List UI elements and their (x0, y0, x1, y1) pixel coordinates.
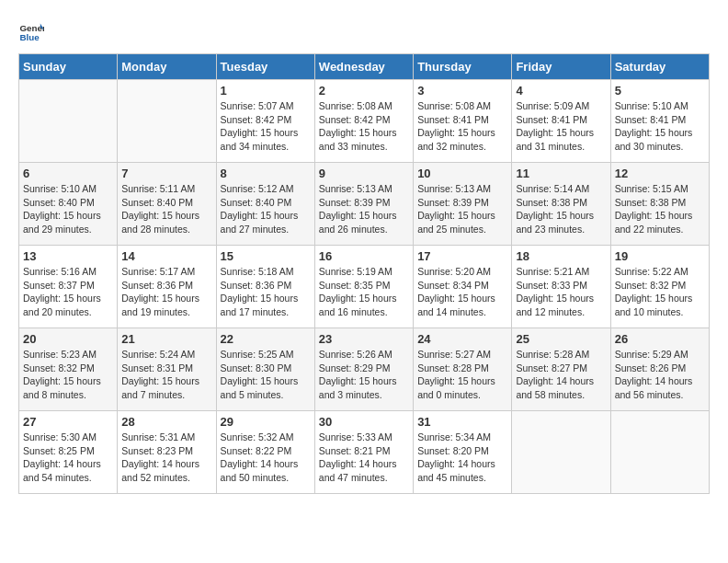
day-info: Sunrise: 5:10 AM Sunset: 8:41 PM Dayligh… (615, 99, 705, 154)
logo: General Blue (18, 18, 44, 44)
sunrise-text: Sunrise: 5:13 AM (319, 183, 392, 194)
sunrise-text: Sunrise: 5:08 AM (417, 100, 491, 111)
day-number: 4 (516, 84, 606, 98)
sunset-text: Sunset: 8:40 PM (221, 197, 292, 208)
day-info: Sunrise: 5:12 AM Sunset: 8:40 PM Dayligh… (221, 182, 311, 236)
weekday-header-saturday: Saturday (610, 54, 709, 80)
day-number: 19 (615, 249, 705, 263)
sunset-text: Sunset: 8:40 PM (121, 197, 193, 208)
calendar-cell (512, 411, 610, 494)
day-info: Sunrise: 5:19 AM Sunset: 8:35 PM Dayligh… (319, 265, 409, 319)
day-number: 3 (417, 84, 507, 98)
calendar-cell: 19 Sunrise: 5:22 AM Sunset: 8:32 PM Dayl… (610, 246, 709, 328)
sunset-text: Sunset: 8:41 PM (516, 114, 587, 125)
daylight-text: Daylight: 15 hours and 26 minutes. (319, 210, 397, 235)
sunset-text: Sunset: 8:21 PM (319, 445, 391, 456)
sunrise-text: Sunrise: 5:33 AM (319, 431, 392, 442)
day-info: Sunrise: 5:17 AM Sunset: 8:36 PM Dayligh… (121, 265, 211, 319)
day-info: Sunrise: 5:26 AM Sunset: 8:29 PM Dayligh… (319, 348, 409, 402)
calendar-cell: 6 Sunrise: 5:10 AM Sunset: 8:40 PM Dayli… (19, 163, 118, 246)
daylight-text: Daylight: 15 hours and 34 minutes. (221, 127, 299, 152)
day-number: 18 (516, 249, 606, 263)
day-number: 7 (121, 167, 211, 180)
day-number: 26 (615, 332, 705, 346)
calendar-cell: 23 Sunrise: 5:26 AM Sunset: 8:29 PM Dayl… (314, 328, 413, 411)
calendar-cell: 8 Sunrise: 5:12 AM Sunset: 8:40 PM Dayli… (216, 163, 314, 246)
day-number: 13 (23, 249, 113, 263)
day-info: Sunrise: 5:31 AM Sunset: 8:23 PM Dayligh… (121, 431, 211, 485)
daylight-text: Daylight: 15 hours and 29 minutes. (23, 210, 101, 235)
calendar-cell: 31 Sunrise: 5:34 AM Sunset: 8:20 PM Dayl… (414, 411, 512, 494)
day-number: 11 (516, 167, 606, 180)
sunset-text: Sunset: 8:42 PM (221, 114, 292, 125)
daylight-text: Daylight: 15 hours and 0 minutes. (417, 375, 495, 400)
sunset-text: Sunset: 8:37 PM (23, 280, 95, 291)
calendar-cell: 3 Sunrise: 5:08 AM Sunset: 8:41 PM Dayli… (414, 80, 512, 163)
day-info: Sunrise: 5:25 AM Sunset: 8:30 PM Dayligh… (221, 348, 311, 402)
day-number: 10 (417, 167, 507, 180)
day-info: Sunrise: 5:23 AM Sunset: 8:32 PM Dayligh… (23, 348, 113, 402)
sunrise-text: Sunrise: 5:14 AM (516, 183, 589, 194)
sunset-text: Sunset: 8:40 PM (23, 197, 95, 208)
sunset-text: Sunset: 8:38 PM (615, 197, 687, 208)
sunset-text: Sunset: 8:23 PM (121, 445, 193, 456)
calendar-cell: 22 Sunrise: 5:25 AM Sunset: 8:30 PM Dayl… (216, 328, 314, 411)
day-number: 15 (221, 249, 311, 263)
calendar-cell: 10 Sunrise: 5:13 AM Sunset: 8:39 PM Dayl… (414, 163, 512, 246)
day-info: Sunrise: 5:10 AM Sunset: 8:40 PM Dayligh… (23, 182, 113, 236)
day-info: Sunrise: 5:13 AM Sunset: 8:39 PM Dayligh… (319, 182, 409, 236)
sunrise-text: Sunrise: 5:18 AM (221, 266, 294, 277)
day-number: 28 (121, 415, 211, 429)
day-number: 24 (417, 332, 507, 346)
sunset-text: Sunset: 8:30 PM (221, 362, 292, 373)
sunset-text: Sunset: 8:34 PM (417, 280, 489, 291)
sunrise-text: Sunrise: 5:08 AM (319, 100, 392, 111)
day-number: 27 (23, 415, 113, 429)
day-info: Sunrise: 5:34 AM Sunset: 8:20 PM Dayligh… (417, 431, 507, 485)
calendar-cell: 16 Sunrise: 5:19 AM Sunset: 8:35 PM Dayl… (314, 246, 413, 328)
day-info: Sunrise: 5:08 AM Sunset: 8:42 PM Dayligh… (319, 99, 409, 154)
daylight-text: Daylight: 15 hours and 27 minutes. (221, 210, 299, 235)
sunset-text: Sunset: 8:26 PM (615, 362, 687, 373)
daylight-text: Daylight: 15 hours and 20 minutes. (23, 293, 101, 317)
sunrise-text: Sunrise: 5:07 AM (221, 100, 294, 111)
day-info: Sunrise: 5:15 AM Sunset: 8:38 PM Dayligh… (615, 182, 705, 236)
weekday-header-friday: Friday (512, 54, 610, 80)
day-info: Sunrise: 5:13 AM Sunset: 8:39 PM Dayligh… (417, 182, 507, 236)
calendar-cell: 25 Sunrise: 5:28 AM Sunset: 8:27 PM Dayl… (512, 328, 610, 411)
calendar-cell: 27 Sunrise: 5:30 AM Sunset: 8:25 PM Dayl… (19, 411, 118, 494)
sunset-text: Sunset: 8:36 PM (121, 280, 193, 291)
calendar-cell: 5 Sunrise: 5:10 AM Sunset: 8:41 PM Dayli… (610, 80, 709, 163)
sunrise-text: Sunrise: 5:32 AM (221, 431, 294, 442)
day-number: 6 (23, 167, 113, 180)
page-header: General Blue (18, 18, 710, 44)
day-info: Sunrise: 5:20 AM Sunset: 8:34 PM Dayligh… (417, 265, 507, 319)
sunset-text: Sunset: 8:41 PM (417, 114, 489, 125)
sunrise-text: Sunrise: 5:16 AM (23, 266, 97, 277)
daylight-text: Daylight: 14 hours and 45 minutes. (417, 458, 495, 483)
day-info: Sunrise: 5:33 AM Sunset: 8:21 PM Dayligh… (319, 431, 409, 485)
sunrise-text: Sunrise: 5:31 AM (121, 431, 195, 442)
sunrise-text: Sunrise: 5:28 AM (516, 349, 589, 360)
weekday-header-tuesday: Tuesday (216, 54, 314, 80)
sunrise-text: Sunrise: 5:24 AM (121, 349, 195, 360)
daylight-text: Daylight: 15 hours and 10 minutes. (615, 293, 693, 317)
day-number: 25 (516, 332, 606, 346)
calendar-cell: 29 Sunrise: 5:32 AM Sunset: 8:22 PM Dayl… (216, 411, 314, 494)
sunrise-text: Sunrise: 5:25 AM (221, 349, 294, 360)
calendar-cell (19, 80, 118, 163)
calendar-cell: 7 Sunrise: 5:11 AM Sunset: 8:40 PM Dayli… (118, 163, 216, 246)
calendar-cell: 21 Sunrise: 5:24 AM Sunset: 8:31 PM Dayl… (118, 328, 216, 411)
daylight-text: Daylight: 15 hours and 32 minutes. (417, 127, 495, 152)
sunrise-text: Sunrise: 5:21 AM (516, 266, 589, 277)
day-number: 5 (615, 84, 705, 98)
calendar-cell: 4 Sunrise: 5:09 AM Sunset: 8:41 PM Dayli… (512, 80, 610, 163)
sunset-text: Sunset: 8:32 PM (23, 362, 95, 373)
sunset-text: Sunset: 8:33 PM (516, 280, 587, 291)
sunrise-text: Sunrise: 5:27 AM (417, 349, 491, 360)
daylight-text: Daylight: 15 hours and 23 minutes. (516, 210, 594, 235)
weekday-header-monday: Monday (118, 54, 216, 80)
sunrise-text: Sunrise: 5:30 AM (23, 431, 97, 442)
sunrise-text: Sunrise: 5:22 AM (615, 266, 688, 277)
sunrise-text: Sunrise: 5:29 AM (615, 349, 688, 360)
